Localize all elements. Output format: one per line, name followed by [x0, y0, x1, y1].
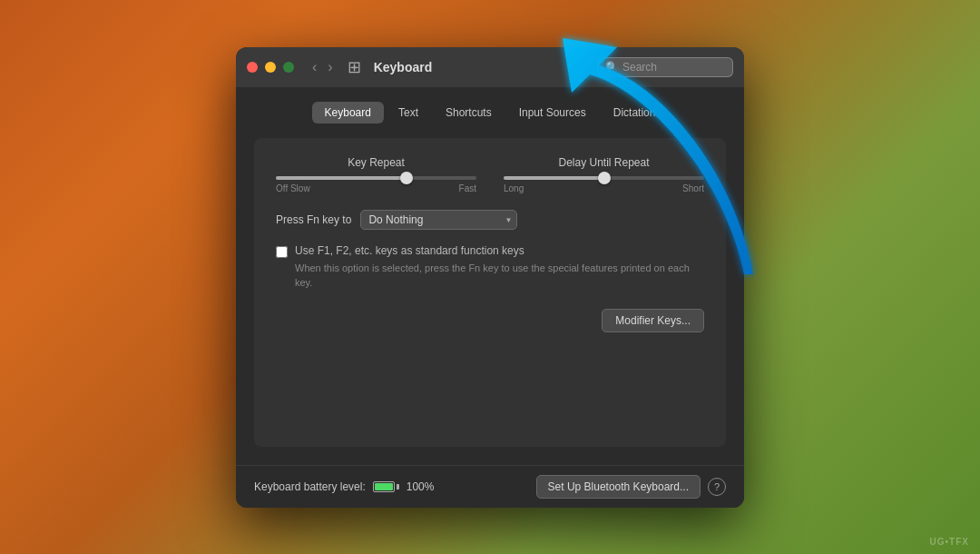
close-button[interactable] — [247, 62, 258, 73]
key-repeat-fill — [276, 176, 407, 180]
delay-repeat-thumb[interactable] — [598, 172, 611, 184]
back-arrow[interactable]: ‹ — [309, 57, 320, 77]
watermark: UG•TFX — [930, 537, 969, 547]
statusbar-right: Set Up Bluetooth Keyboard... ? — [536, 475, 726, 499]
tab-shortcuts[interactable]: Shortcuts — [433, 102, 505, 124]
key-repeat-title: Key Repeat — [276, 156, 476, 169]
grid-icon[interactable]: ⊞ — [348, 57, 361, 77]
settings-panel: Key Repeat Off Slow Fast Delay Until Rep… — [254, 138, 726, 447]
key-repeat-thumb[interactable] — [400, 172, 413, 184]
traffic-lights — [247, 62, 294, 73]
nav-arrows: ‹ › — [309, 57, 337, 77]
delay-repeat-track[interactable] — [504, 176, 704, 180]
minimize-button[interactable] — [265, 62, 276, 73]
fn-key-dropdown-wrapper: Do Nothing Change Input Source Show Emoj… — [360, 210, 517, 230]
battery-info: Keyboard battery level: 100% — [254, 480, 434, 493]
key-repeat-labels: Off Slow Fast — [276, 183, 476, 193]
forward-arrow[interactable]: › — [324, 57, 336, 77]
delay-repeat-title: Delay Until Repeat — [504, 156, 704, 169]
fn-checkbox-row: Use F1, F2, etc. keys as standard functi… — [276, 244, 704, 291]
modifier-keys-section: Modifier Keys... — [276, 309, 704, 332]
battery-icon — [373, 481, 399, 492]
statusbar: Keyboard battery level: 100% Set Up Blue… — [236, 465, 744, 508]
key-repeat-off-label: Off Slow — [276, 183, 310, 193]
battery-body — [373, 481, 395, 492]
modifier-keys-button[interactable]: Modifier Keys... — [602, 309, 704, 332]
maximize-button[interactable] — [283, 62, 294, 73]
tab-text[interactable]: Text — [386, 102, 431, 124]
fn-key-dropdown[interactable]: Do Nothing Change Input Source Show Emoj… — [360, 210, 517, 230]
tab-keyboard[interactable]: Keyboard — [312, 102, 384, 124]
setup-bluetooth-button[interactable]: Set Up Bluetooth Keyboard... — [536, 475, 701, 499]
fn-key-label: Press Fn key to — [276, 213, 351, 226]
battery-percent: 100% — [407, 480, 435, 493]
battery-tip — [397, 484, 399, 490]
delay-repeat-labels: Long Short — [504, 183, 704, 193]
fn-checkbox-label: Use F1, F2, etc. keys as standard functi… — [295, 244, 704, 257]
key-repeat-group: Key Repeat Off Slow Fast — [276, 156, 476, 193]
battery-fill — [375, 483, 393, 490]
key-repeat-fast-label: Fast — [459, 183, 476, 193]
delay-repeat-group: Delay Until Repeat Long Short — [504, 156, 704, 193]
fn-checkbox-subtext: When this option is selected, press the … — [295, 261, 704, 291]
fn-checkbox[interactable] — [276, 246, 288, 258]
fn-key-row: Press Fn key to Do Nothing Change Input … — [276, 210, 704, 230]
search-icon: 🔍 — [605, 61, 619, 74]
titlebar: ‹ › ⊞ Keyboard 🔍 — [236, 47, 744, 87]
fn-checkbox-text-block: Use F1, F2, etc. keys as standard functi… — [295, 244, 704, 291]
help-button[interactable]: ? — [708, 478, 726, 496]
preferences-window: ‹ › ⊞ Keyboard 🔍 Keyboard Text Shortcuts… — [236, 47, 744, 508]
delay-repeat-fill — [504, 176, 604, 180]
delay-repeat-long-label: Long — [504, 183, 524, 193]
window-title: Keyboard — [374, 60, 433, 74]
tab-dictation[interactable]: Dictation — [601, 102, 669, 124]
tab-input-sources[interactable]: Input Sources — [506, 102, 599, 124]
key-repeat-track[interactable] — [276, 176, 476, 180]
search-box[interactable]: 🔍 — [597, 57, 733, 77]
delay-repeat-short-label: Short — [682, 183, 704, 193]
search-input[interactable] — [622, 61, 725, 74]
content-area: Keyboard Text Shortcuts Input Sources Di… — [236, 87, 744, 465]
sliders-row: Key Repeat Off Slow Fast Delay Until Rep… — [276, 156, 704, 193]
tab-bar: Keyboard Text Shortcuts Input Sources Di… — [254, 102, 726, 124]
battery-label: Keyboard battery level: — [254, 480, 366, 493]
